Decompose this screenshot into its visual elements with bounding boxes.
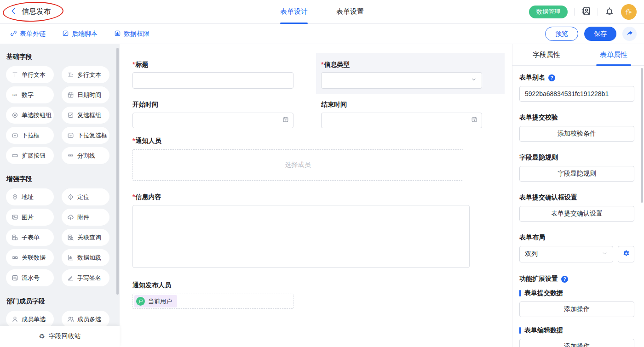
back-chevron-icon: [9, 7, 17, 17]
data-load-icon: [67, 254, 74, 261]
submit-validation-label: 表单提交校验: [519, 114, 558, 122]
divider: [574, 8, 575, 16]
field-palette-sidebar: 基础字段单行文本多行文本123数字日期时间单选按钮组复选框组下拉框下拉复选框扩展…: [0, 44, 120, 347]
field-item-dropdown-multi[interactable]: 下拉复选框: [62, 127, 109, 144]
field-title[interactable]: *标题: [127, 53, 316, 94]
field-start-time-label: 开始时间: [132, 101, 158, 108]
form-alias-input[interactable]: [519, 86, 634, 102]
field-item-multi-line-text[interactable]: 多行文本: [62, 66, 109, 83]
divider: [598, 8, 598, 16]
field-notify-members[interactable]: *通知人员 选择成员: [132, 137, 512, 181]
app-header: 信息发布 表单设计 表单设置 数据管理 作: [0, 0, 644, 24]
layout-settings-button[interactable]: [618, 246, 634, 262]
back-button[interactable]: [9, 7, 17, 17]
title-input[interactable]: [132, 72, 293, 89]
field-item-member-multi[interactable]: 成员多选: [62, 311, 109, 326]
user-avatar[interactable]: 作: [621, 4, 637, 20]
add-edit-action-button[interactable]: 添加操作: [519, 339, 634, 347]
palette-section-title: 增强字段: [6, 175, 120, 183]
palette-section-title: 基础字段: [6, 53, 120, 61]
question-icon[interactable]: ?: [548, 74, 555, 81]
save-button[interactable]: 保存: [584, 27, 616, 41]
start-time-input[interactable]: [132, 113, 293, 128]
field-item-radio-group[interactable]: 单选按钮组: [6, 107, 54, 124]
publisher-select-box[interactable]: 户 当前用户: [132, 294, 293, 309]
submit-confirm-button[interactable]: 表单提交确认设置: [519, 206, 634, 222]
field-item-single-line-text[interactable]: 单行文本: [6, 66, 54, 83]
data-permission-link[interactable]: 数据权限: [114, 30, 150, 38]
info-type-select[interactable]: [321, 72, 482, 89]
field-recycle-bin[interactable]: ♻ 字段回收站: [0, 326, 120, 347]
tab-field-properties[interactable]: 字段属性: [533, 44, 560, 66]
field-item-divider[interactable]: 分割线: [62, 147, 109, 164]
add-validation-button[interactable]: 添加校验条件: [519, 126, 634, 142]
recycle-icon: ♻: [39, 332, 45, 341]
current-user-tag[interactable]: 户 当前用户: [134, 295, 177, 307]
data-manage-button[interactable]: 数据管理: [529, 6, 568, 18]
multiselect-icon: [67, 132, 74, 139]
number-icon: 123: [12, 91, 18, 98]
field-item-checkbox-group[interactable]: 复选框组: [62, 107, 109, 124]
field-item-relation-data[interactable]: 关联数据: [6, 249, 54, 266]
calendar-icon: [471, 116, 477, 125]
attachment-icon: [67, 214, 74, 221]
info-content-textarea[interactable]: [132, 205, 470, 268]
tab-form-design[interactable]: 表单设计: [280, 0, 308, 24]
text-single-icon: [12, 71, 18, 78]
field-item-serial-number[interactable]: 流水号: [6, 269, 54, 286]
end-time-input[interactable]: [321, 113, 482, 128]
add-submit-action-button[interactable]: 添加操作: [519, 301, 634, 317]
preview-button[interactable]: 预览: [545, 27, 578, 41]
panel-scrollbar[interactable]: [641, 68, 643, 203]
tab-form-settings[interactable]: 表单设置: [336, 0, 364, 24]
field-visibility-button[interactable]: 字段显隐规则: [519, 166, 634, 182]
field-item-number[interactable]: 123数字: [6, 86, 54, 103]
user-tag-avatar: 户: [136, 297, 145, 306]
form-layout-select[interactable]: 双列: [519, 246, 613, 262]
form-toolbar: 表单外链 后端脚本 数据权限 预览 保存: [0, 24, 644, 44]
field-item-member-single[interactable]: 成员单选: [6, 311, 54, 326]
field-end-time[interactable]: 结束时间: [316, 100, 505, 128]
field-info-type[interactable]: *信息类型: [316, 53, 505, 94]
header-tabs: 表单设计 表单设置: [280, 0, 364, 24]
form-external-link[interactable]: 表单外链: [10, 30, 46, 38]
field-item-dropdown[interactable]: 下拉框: [6, 127, 54, 144]
field-item-datetime[interactable]: 日期时间: [62, 86, 109, 103]
relate-data-icon: [12, 254, 18, 261]
select-icon: [12, 132, 18, 139]
script-icon: [62, 30, 69, 38]
address-book-icon[interactable]: [581, 6, 591, 18]
field-item-signature[interactable]: 手写签名: [62, 269, 109, 286]
field-item-address[interactable]: 地址: [6, 188, 54, 205]
member-multi-icon: [67, 316, 74, 323]
field-end-time-label: 结束时间: [321, 101, 347, 108]
bell-icon[interactable]: [604, 6, 615, 18]
backend-script-link[interactable]: 后端脚本: [62, 30, 98, 38]
field-item-attachment[interactable]: 附件: [62, 209, 109, 226]
member-select-box[interactable]: 选择成员: [132, 149, 463, 181]
share-button[interactable]: [622, 27, 637, 41]
field-info-type-label: 信息类型: [324, 61, 350, 68]
field-notify-publisher[interactable]: 通知发布人员 户 当前用户: [132, 281, 512, 309]
signature-icon: [67, 274, 74, 281]
field-info-content[interactable]: *信息内容: [132, 193, 512, 268]
field-info-content-label: 信息内容: [135, 193, 161, 200]
field-item-data-load[interactable]: 数据加载: [62, 249, 109, 266]
address-icon: [12, 193, 18, 200]
field-item-locate[interactable]: 定位: [62, 188, 109, 205]
form-alias-label: 表单别名: [519, 74, 545, 82]
field-item-image[interactable]: 图片: [6, 209, 54, 226]
field-start-time[interactable]: 开始时间: [127, 100, 316, 128]
sidebar-scrollbar[interactable]: [116, 48, 119, 295]
question-icon[interactable]: ?: [561, 276, 568, 283]
submit-confirm-label: 表单提交确认框设置: [519, 193, 577, 202]
field-item-subform[interactable]: 子表单: [6, 229, 54, 246]
subform-icon: [12, 234, 18, 241]
field-item-relation-query[interactable]: 关联查询: [62, 229, 109, 246]
field-item-extend-button[interactable]: 扩展按钮: [6, 147, 54, 164]
checkbox-icon: [67, 112, 74, 119]
calendar-icon: [282, 116, 289, 125]
tab-form-properties[interactable]: 表单属性: [600, 44, 627, 66]
calendar-icon: [67, 91, 74, 98]
chevron-down-icon: [471, 76, 477, 85]
